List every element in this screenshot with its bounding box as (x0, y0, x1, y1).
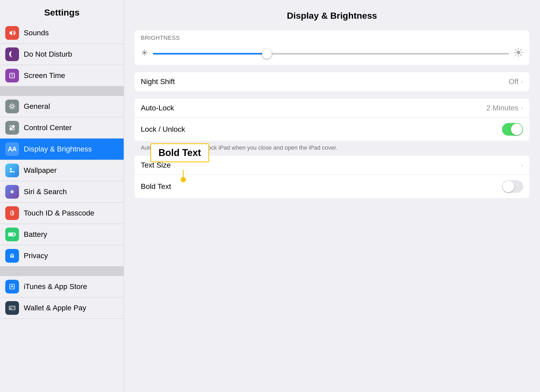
sidebar-group-3: Wallpaper Siri & Search Touch ID & Pas (0, 160, 124, 267)
sidebar-item-donotdisturb[interactable]: Do Not Disturb (0, 44, 124, 65)
wallpaper-icon (5, 164, 19, 177)
svg-point-18 (517, 51, 520, 54)
svg-point-13 (12, 256, 13, 257)
main-title: Display & Brightness (134, 8, 529, 21)
brightness-slider-track[interactable] (153, 53, 509, 55)
brightness-slider-fill (153, 53, 267, 55)
boldtext-label: Bold Text (141, 182, 502, 191)
sidebar-item-wallpaper-label: Wallpaper (24, 166, 57, 175)
sidebar-item-controlcenter-label: Control Center (24, 124, 72, 132)
controlcenter-icon (5, 121, 19, 135)
sidebar-item-sirisearch[interactable]: Siri & Search (0, 181, 124, 203)
displaybrightness-icon: AA (5, 142, 19, 156)
sidebar-item-walletapplepay[interactable]: Wallet & Apple Pay (0, 297, 124, 319)
brightness-high-icon (514, 48, 523, 60)
nightshift-value: Off (509, 77, 518, 86)
sirisearch-icon (5, 185, 19, 199)
boldtext-toggle[interactable] (502, 180, 523, 193)
boldtext-toggle-knob (503, 181, 514, 192)
sidebar-item-displaybrightness[interactable]: AA Display & Brightness (0, 139, 124, 160)
sidebar-item-sounds-label: Sounds (24, 29, 49, 37)
walletapplepay-icon (5, 301, 19, 315)
nightshift-card: Night Shift Off › (134, 72, 529, 91)
sidebar-item-general-label: General (24, 102, 50, 111)
autolock-row[interactable]: Auto-Lock 2 Minutes › (134, 99, 529, 118)
autolock-label: Auto-Lock (141, 104, 486, 112)
sidebar-item-screentime[interactable]: Screen Time (0, 65, 124, 86)
svg-point-6 (10, 168, 12, 170)
sidebar-item-wallpaper[interactable]: Wallpaper (0, 160, 124, 181)
main-content: Display & Brightness BRIGHTNESS (124, 0, 540, 392)
sidebar-separator-1 (0, 86, 124, 96)
svg-point-5 (12, 128, 15, 130)
sidebar-item-general[interactable]: General (0, 96, 124, 117)
sidebar-separator-2 (0, 267, 124, 276)
sidebar-item-itunesappstore[interactable]: iTunes & App Store (0, 276, 124, 297)
brightness-label: BRIGHTNESS (141, 35, 180, 41)
annotation-label: Bold Text (158, 147, 201, 158)
sidebar-item-touchid-label: Touch ID & Passcode (24, 209, 94, 217)
svg-point-17 (143, 51, 146, 54)
sidebar-group-1: Sounds Do Not Disturb Screen Time (0, 22, 124, 86)
itunesappstore-icon (5, 280, 19, 293)
nightshift-row[interactable]: Night Shift Off › (134, 72, 529, 91)
lockunlock-label: Lock / Unlock (141, 125, 502, 134)
boldtext-row: Bold Text Bold Text (134, 175, 529, 198)
svg-rect-15 (9, 307, 15, 308)
autolock-chevron: › (521, 104, 523, 112)
lock-settings-card: Auto-Lock 2 Minutes › Lock / Unlock Auto… (134, 99, 529, 198)
lockunlock-toggle-knob (511, 124, 523, 135)
svg-point-4 (10, 128, 12, 130)
svg-point-9 (12, 213, 13, 214)
svg-rect-16 (10, 308, 12, 309)
donotdisturb-icon (5, 47, 19, 61)
svg-point-20 (181, 177, 186, 182)
lockunlock-row: Lock / Unlock (134, 118, 529, 141)
sidebar-item-donotdisturb-label: Do Not Disturb (24, 50, 72, 58)
sidebar-item-screentime-label: Screen Time (24, 71, 65, 80)
nightshift-label: Night Shift (141, 77, 509, 86)
sidebar-group-2: General Control Center AA Display & Brig… (0, 96, 124, 160)
sidebar-item-controlcenter[interactable]: Control Center (0, 117, 124, 139)
sidebar-group-4: iTunes & App Store Wallet & Apple Pay (0, 276, 124, 319)
svg-point-3 (12, 125, 15, 128)
svg-point-8 (11, 191, 13, 193)
sidebar-item-privacy-label: Privacy (24, 252, 48, 260)
touchid-icon (5, 206, 19, 220)
svg-point-1 (11, 105, 13, 108)
sidebar-item-privacy[interactable]: Privacy (0, 245, 124, 267)
nightshift-chevron: › (521, 78, 523, 85)
sidebar-item-sirisearch-label: Siri & Search (24, 188, 67, 196)
sidebar-item-sounds[interactable]: Sounds (0, 22, 124, 44)
brightness-low-icon (141, 49, 148, 58)
privacy-icon (5, 249, 19, 263)
sidebar-title: Settings (0, 0, 124, 22)
sidebar-item-displaybrightness-label: Display & Brightness (24, 145, 92, 153)
sidebar-item-walletapplepay-label: Wallet & Apple Pay (24, 304, 86, 312)
brightness-row (134, 42, 529, 65)
brightness-card: BRIGHTNESS (134, 30, 529, 65)
general-icon (5, 100, 19, 113)
annotation-box: Bold Text (150, 143, 209, 162)
screentime-icon (5, 69, 19, 82)
svg-point-2 (10, 125, 12, 128)
sounds-icon (5, 26, 19, 40)
autolock-value: 2 Minutes (486, 104, 518, 112)
sidebar: Settings Sounds Do Not Disturb (0, 0, 124, 392)
sidebar-item-battery-label: Battery (24, 230, 47, 239)
sidebar-item-touchid[interactable]: Touch ID & Passcode (0, 203, 124, 224)
svg-rect-11 (15, 234, 16, 235)
brightness-slider-thumb[interactable] (262, 49, 272, 58)
lockunlock-toggle[interactable] (502, 123, 523, 136)
textsize-chevron: › (521, 161, 523, 169)
svg-rect-12 (9, 233, 13, 236)
sidebar-item-itunesappstore-label: iTunes & App Store (24, 282, 87, 291)
battery-icon (5, 228, 19, 241)
sidebar-item-battery[interactable]: Battery (0, 224, 124, 245)
